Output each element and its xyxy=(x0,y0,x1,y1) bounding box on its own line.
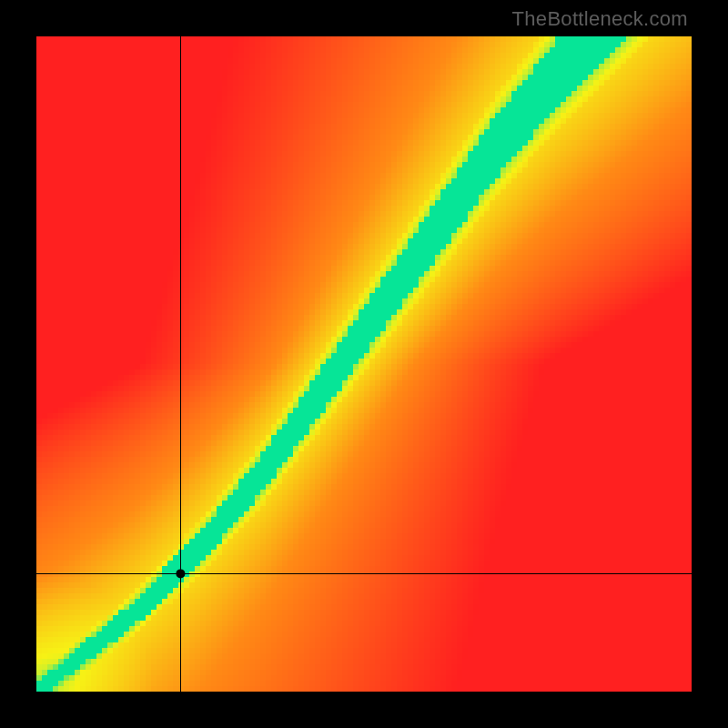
chart-frame: TheBottleneck.com xyxy=(0,0,728,728)
overlay-canvas xyxy=(36,36,692,692)
watermark: TheBottleneck.com xyxy=(512,7,688,31)
plot-area xyxy=(36,36,692,692)
